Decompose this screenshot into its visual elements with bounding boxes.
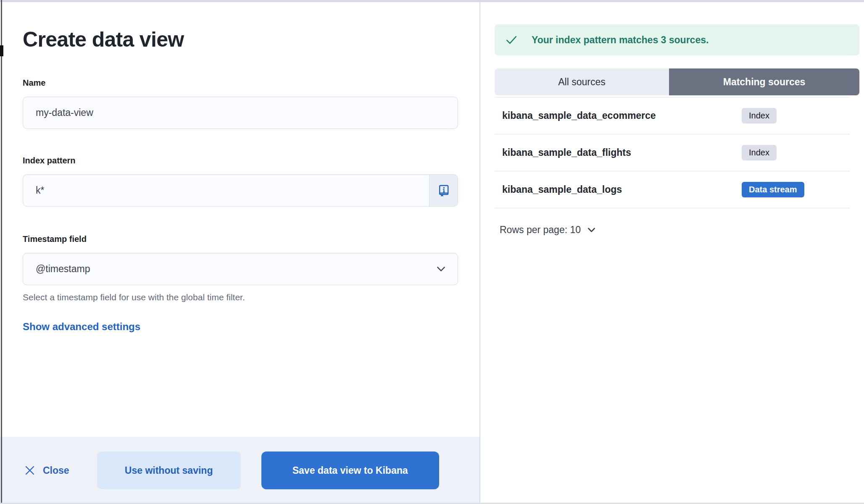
index-pattern-form-row: Index pattern	[23, 156, 458, 207]
index-pattern-label: Index pattern	[23, 156, 458, 165]
timestamp-label: Timestamp field	[23, 234, 458, 244]
use-without-saving-button[interactable]: Use without saving	[97, 452, 241, 489]
source-name: kibana_sample_data_ecommerce	[495, 110, 742, 121]
page-title: Create data view	[23, 27, 458, 52]
timestamp-help-text: Select a timestamp field for use with th…	[23, 292, 458, 302]
timestamp-select[interactable]: @timestamp	[23, 253, 458, 285]
success-callout: Your index pattern matches 3 sources.	[495, 24, 859, 55]
source-type-badge: Index	[742, 145, 777, 160]
table-row: kibana_sample_data_ecommerce Index	[495, 97, 850, 134]
name-input[interactable]	[23, 97, 458, 129]
close-button[interactable]: Close	[24, 464, 69, 477]
index-pattern-input[interactable]	[23, 175, 429, 206]
check-icon	[504, 32, 519, 47]
create-data-view-flyout: Create data view Name Index pattern	[0, 0, 479, 504]
show-advanced-settings-link[interactable]: Show advanced settings	[23, 321, 140, 333]
tab-all-sources[interactable]: All sources	[495, 68, 669, 95]
window-left-edge	[1, 0, 2, 504]
window-left-notch	[0, 45, 3, 56]
tab-matching-sources[interactable]: Matching sources	[669, 68, 859, 95]
timestamp-selected-value: @timestamp	[36, 263, 90, 275]
source-type-badge: Index	[742, 108, 777, 123]
sources-preview-panel: Your index pattern matches 3 sources. Al…	[480, 0, 864, 504]
timestamp-form-row: Timestamp field @timestamp Select a time…	[23, 234, 458, 302]
success-callout-text: Your index pattern matches 3 sources.	[532, 34, 709, 46]
close-button-label: Close	[43, 465, 69, 476]
flyout-footer: Close Use without saving Save data view …	[0, 437, 479, 504]
rows-per-page-label: Rows per page: 10	[500, 224, 581, 236]
table-row: kibana_sample_data_logs Data stream	[495, 171, 850, 208]
chevron-down-icon	[587, 225, 596, 235]
documentation-book-icon	[437, 184, 450, 197]
save-data-view-button[interactable]: Save data view to Kibana	[261, 452, 439, 489]
sources-table: kibana_sample_data_ecommerce Index kiban…	[495, 97, 850, 208]
source-type-badge: Data stream	[742, 182, 804, 197]
chevron-down-icon	[435, 263, 447, 275]
sources-filter-group: All sources Matching sources	[495, 68, 859, 95]
rows-per-page-control[interactable]: Rows per page: 10	[500, 224, 859, 236]
source-name: kibana_sample_data_flights	[495, 147, 742, 158]
name-form-row: Name	[23, 78, 458, 129]
index-pattern-input-shell	[23, 174, 458, 207]
source-name: kibana_sample_data_logs	[495, 184, 742, 195]
index-pattern-docs-button[interactable]	[429, 175, 458, 206]
name-label: Name	[23, 78, 458, 88]
table-row: kibana_sample_data_flights Index	[495, 134, 850, 171]
close-icon	[24, 464, 36, 477]
window-top-edge	[0, 0, 864, 2]
